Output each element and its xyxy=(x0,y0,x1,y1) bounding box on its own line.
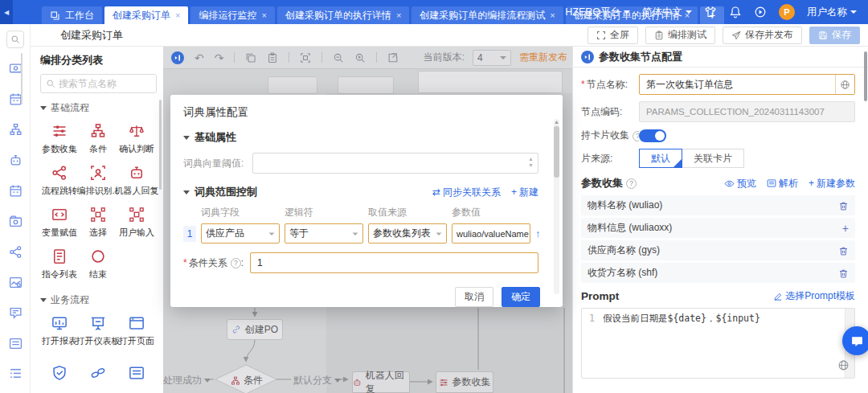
zoom-out-icon[interactable] xyxy=(333,52,344,63)
strip-list-card-icon[interactable] xyxy=(0,328,31,358)
group-business-flow[interactable]: 业务流程 xyxy=(40,293,157,307)
node-item-shield[interactable] xyxy=(40,352,79,393)
node-item-list[interactable] xyxy=(117,352,156,393)
trash-icon[interactable] xyxy=(838,244,849,256)
section-range[interactable]: 词典范围控制 ⇄同步关联关系 +新建 xyxy=(183,185,550,199)
close-icon[interactable]: × xyxy=(175,11,180,20)
strip-screen-icon[interactable] xyxy=(0,53,31,84)
sync-relation-link[interactable]: ⇄同步关联关系 xyxy=(432,186,501,199)
param-row-wuliaoxx[interactable]: 物料信息 (wuliaoxx) + xyxy=(581,218,855,238)
scroll-up-icon[interactable]: ▲ xyxy=(554,119,559,125)
node-item-recognize[interactable]: 编排识别... xyxy=(79,160,117,202)
node-item-confirm[interactable]: 确认判断 xyxy=(117,118,156,160)
node-item-open-report[interactable]: 打开报表 xyxy=(40,310,79,352)
assistant-floating-button[interactable] xyxy=(842,326,868,355)
strip-calendar-icon[interactable] xyxy=(0,84,31,114)
node-item-user-input[interactable]: 用户输入 xyxy=(117,202,156,244)
number-spinner[interactable]: ▲▼ xyxy=(528,156,534,168)
paste-icon[interactable] xyxy=(267,52,278,63)
tab-flow-test[interactable]: 创建采购订单的编排流程测试 × xyxy=(411,6,563,24)
param-value-select[interactable]: wuliao/valueName xyxy=(452,223,530,244)
copy-icon[interactable] xyxy=(245,52,256,63)
node-param-collect[interactable]: 参数收集 xyxy=(436,371,493,393)
zoom-in-icon[interactable] xyxy=(354,52,366,63)
card-source-linked[interactable]: 关联卡片 xyxy=(682,149,744,168)
dict-field-select[interactable]: 供应产品 xyxy=(201,223,280,244)
card-collect-toggle[interactable] xyxy=(639,129,666,142)
avatar[interactable]: P xyxy=(779,4,795,20)
modal-scrollbar[interactable]: ▲ xyxy=(554,119,559,294)
trash-icon[interactable] xyxy=(838,267,849,278)
threshold-input[interactable]: ▲▼ xyxy=(252,153,538,174)
play-circle-icon[interactable] xyxy=(754,6,767,18)
card-source-default[interactable]: 默认 xyxy=(639,149,682,168)
version-select[interactable]: 4 xyxy=(473,50,511,66)
i18n-globe-icon[interactable] xyxy=(835,75,854,94)
help-icon[interactable]: ? xyxy=(633,131,639,141)
node-item-condition[interactable]: 条件 xyxy=(79,118,117,160)
value-source-select[interactable]: 参数收集列表 xyxy=(368,223,447,244)
param-row-wuliao[interactable]: 物料名称 (wuliao) xyxy=(581,195,855,215)
config-scrollbar[interactable] xyxy=(864,51,867,101)
close-icon[interactable]: × xyxy=(396,11,401,20)
node-item-chain[interactable] xyxy=(79,352,117,393)
node-item-end[interactable]: 结束 xyxy=(79,244,117,285)
move-up-icon[interactable]: ↑ xyxy=(535,227,541,239)
strip-image-gear-icon[interactable] xyxy=(0,267,31,297)
select-prompt-template-link[interactable]: 选择Prompt模板 xyxy=(773,289,855,303)
collapse-tabs-icon[interactable]: ◀ xyxy=(0,0,13,24)
strip-calendar-alt-icon[interactable] xyxy=(0,175,31,206)
trash-icon[interactable] xyxy=(838,199,849,211)
fullscreen-button[interactable]: 全屏 xyxy=(588,27,638,44)
node-item-flow-jump[interactable]: 流程跳转 xyxy=(40,160,79,202)
close-icon[interactable]: × xyxy=(261,11,266,20)
strip-chat-icon[interactable] xyxy=(0,297,31,328)
plus-icon[interactable]: + xyxy=(842,222,849,235)
save-publish-button[interactable]: 保存并发布 xyxy=(723,27,802,44)
param-row-shf[interactable]: 收货方名称 (shf) xyxy=(581,263,855,283)
edge-label-default-branch[interactable]: 默认分支 xyxy=(293,374,341,387)
tab-create-po-active[interactable]: 创建采购订单 × xyxy=(104,6,188,24)
condition-input[interactable] xyxy=(250,252,538,273)
tab-workbench[interactable]: 工作台 xyxy=(42,6,102,24)
node-item-open-dashboard[interactable]: 打开仪表板 xyxy=(79,310,117,352)
strip-camera-folder-icon[interactable] xyxy=(0,206,31,236)
shirt-icon[interactable] xyxy=(704,6,717,18)
palette-scrollbar[interactable] xyxy=(159,100,162,190)
node-item-instruction-list[interactable]: 指令列表 xyxy=(40,244,79,285)
new-param-link[interactable]: +新建参数 xyxy=(809,177,855,190)
collapse-palette-button[interactable] xyxy=(171,51,184,64)
edge-label-success[interactable]: 处理成功 xyxy=(163,374,211,387)
flow-test-button[interactable]: 编排测试 xyxy=(645,27,715,44)
help-icon[interactable]: ? xyxy=(231,258,241,268)
node-item-open-page[interactable]: 打开页面 xyxy=(117,310,156,352)
strip-robot-icon[interactable] xyxy=(0,145,31,175)
param-row-gys[interactable]: 供应商名称 (gys) xyxy=(581,240,855,260)
preview-link[interactable]: 预览 xyxy=(724,177,756,190)
close-icon[interactable]: × xyxy=(550,11,555,20)
fit-view-icon[interactable] xyxy=(300,52,311,63)
scrollbar-thumb[interactable] xyxy=(554,126,559,178)
group-basic-flow[interactable]: 基础流程 xyxy=(40,101,157,115)
language-menu[interactable]: 简体中文 xyxy=(642,6,692,19)
tab-run-monitor[interactable]: 编排运行监控 × xyxy=(190,6,274,24)
ok-button[interactable]: 确定 xyxy=(502,287,540,307)
node-name-input[interactable] xyxy=(639,74,855,95)
bell-icon[interactable] xyxy=(729,6,742,18)
prompt-content[interactable]: 假设当前日期是${date}，${input} xyxy=(598,309,845,378)
strip-flow-nodes-icon[interactable] xyxy=(0,236,31,267)
node-item-select[interactable]: 选择 xyxy=(79,202,117,244)
operator-select[interactable]: 等于 xyxy=(285,223,363,244)
republish-badge[interactable]: 需重新发布 xyxy=(519,51,567,64)
undo-icon[interactable]: ↶ xyxy=(194,51,204,64)
cancel-button[interactable]: 取消 xyxy=(455,287,493,307)
palette-search-input[interactable] xyxy=(59,78,147,89)
strip-menu-list-icon[interactable] xyxy=(0,358,31,388)
platform-menu[interactable]: HZERO平台 xyxy=(565,6,630,19)
strip-org-branch-icon[interactable] xyxy=(0,114,31,145)
tab-exec-detail-1[interactable]: 创建采购订单的执行详情 × xyxy=(277,6,409,24)
save-button[interactable]: 保存 xyxy=(809,27,860,44)
help-icon[interactable]: ? xyxy=(626,178,637,189)
user-menu[interactable]: 用户名称 xyxy=(807,6,857,19)
node-item-var-assign[interactable]: 变量赋值 xyxy=(40,202,79,244)
